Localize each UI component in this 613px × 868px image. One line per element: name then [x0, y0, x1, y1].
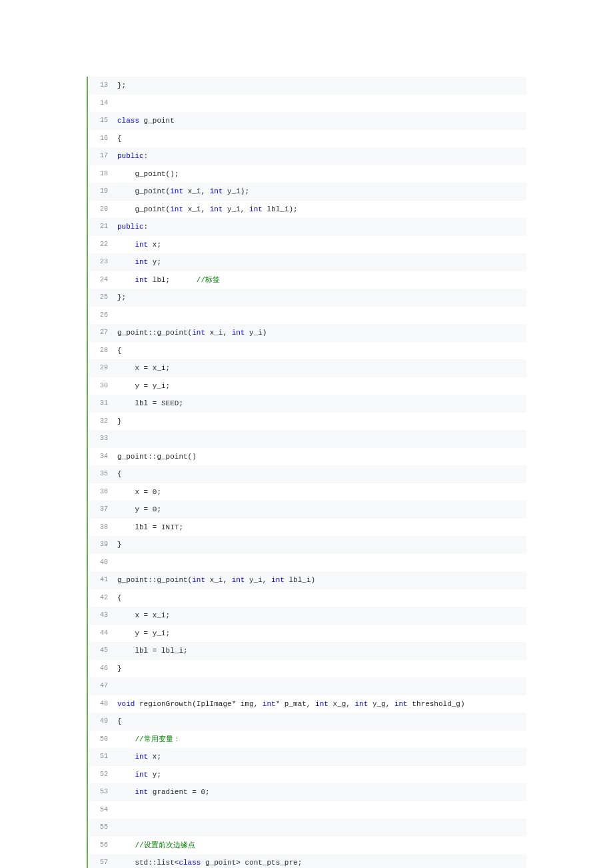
line-number: 22 [88, 236, 117, 254]
line-number: 15 [88, 112, 117, 130]
code-token [117, 241, 135, 249]
line-number: 29 [88, 359, 117, 377]
code-content: std::list<class g_point> cont_pts_pre; [117, 854, 526, 868]
line-number: 14 [88, 95, 117, 113]
code-token: int [135, 276, 148, 284]
code-token [117, 276, 135, 284]
code-line: 30 y = y_i; [88, 377, 526, 395]
line-number: 34 [88, 448, 117, 466]
line-number: 23 [88, 253, 117, 271]
code-line: 16{ [88, 130, 526, 148]
line-number: 38 [88, 519, 117, 537]
code-token: int [263, 700, 276, 708]
line-number: 51 [88, 748, 117, 766]
code-token: lbl = INIT; [117, 523, 183, 531]
code-line: 49{ [88, 713, 526, 731]
line-number: 44 [88, 625, 117, 643]
line-number: 47 [88, 677, 117, 695]
code-token: std::list< [117, 859, 179, 867]
code-line: 28{ [88, 342, 526, 360]
code-content: //常用变量： [117, 731, 526, 749]
line-number: 35 [88, 465, 117, 483]
code-content: int y; [117, 253, 526, 271]
code-token: int [315, 700, 328, 708]
line-number: 18 [88, 165, 117, 183]
code-token: y; [148, 771, 161, 779]
code-line: 29 x = x_i; [88, 359, 526, 377]
code-token: lbl = lbl_i; [117, 647, 188, 655]
code-token: lbl = SEED; [117, 399, 183, 407]
code-line: 39} [88, 536, 526, 554]
code-token: * p_mat, [276, 700, 315, 708]
code-line: 34g_point::g_point() [88, 448, 526, 466]
line-number: 32 [88, 413, 117, 431]
code-line: 19 g_point(int x_i, int y_i); [88, 183, 526, 201]
code-token: x_i, [183, 187, 210, 195]
code-token: { [117, 594, 122, 602]
code-line: 25}; [88, 289, 526, 307]
line-number: 16 [88, 130, 117, 148]
code-token: y = y_i; [117, 382, 170, 390]
code-content: public: [117, 147, 526, 165]
code-token: }; [117, 293, 126, 301]
code-token: x = x_i; [117, 364, 170, 372]
code-token: int [170, 205, 183, 213]
code-token: y_i, [245, 576, 271, 584]
code-line: 35{ [88, 465, 526, 483]
code-line: 45 lbl = lbl_i; [88, 642, 526, 660]
code-line: 21public: [88, 218, 526, 236]
code-token: { [117, 135, 122, 143]
code-content: } [117, 536, 526, 554]
code-token: } [117, 665, 122, 673]
code-content: int y; [117, 766, 526, 784]
code-line: 52 int y; [88, 766, 526, 784]
code-token [117, 258, 135, 266]
code-token: y_i, [223, 205, 249, 213]
line-number: 19 [88, 183, 117, 201]
code-line: 37 y = 0; [88, 501, 526, 519]
code-token [117, 735, 135, 743]
code-line: 55 [88, 819, 526, 837]
code-token: int [232, 576, 245, 584]
line-number: 52 [88, 766, 117, 784]
code-line: 17public: [88, 147, 526, 165]
code-block: 13};1415class g_point16{17public:18 g_po… [87, 77, 526, 868]
code-content: g_point(); [117, 165, 526, 183]
code-token: } [117, 417, 122, 425]
code-line: 36 x = 0; [88, 483, 526, 501]
code-token: //设置前次边缘点 [135, 841, 195, 849]
code-content: g_point(int x_i, int y_i, int lbl_i); [117, 201, 526, 219]
code-token: public [117, 223, 144, 231]
code-token: //标签 [197, 276, 220, 284]
code-token: y; [148, 258, 161, 266]
code-token: g_point::g_point( [117, 576, 192, 584]
code-content: int gradient = 0; [117, 783, 526, 801]
code-token: g_point::g_point() [117, 453, 197, 461]
code-line: 18 g_point(); [88, 165, 526, 183]
code-line: 33 [88, 430, 526, 448]
line-number: 43 [88, 607, 117, 625]
code-content: lbl = lbl_i; [117, 642, 526, 660]
code-token: threshold_g) [408, 700, 465, 708]
code-token: int [271, 576, 285, 584]
line-number: 45 [88, 642, 117, 660]
code-token: { [117, 717, 122, 725]
code-line: 51 int x; [88, 748, 526, 766]
line-number: 21 [88, 218, 117, 236]
code-line: 53 int gradient = 0; [88, 783, 526, 801]
code-line: 38 lbl = INIT; [88, 519, 526, 537]
code-token: lbl; [148, 276, 197, 284]
code-content: y = y_i; [117, 377, 526, 395]
code-line: 14 [88, 95, 526, 113]
code-content: class g_point [117, 112, 526, 130]
code-token [117, 771, 135, 779]
code-token: class [117, 117, 139, 125]
code-token: x; [148, 753, 161, 761]
code-content: x = x_i; [117, 607, 526, 625]
line-number: 56 [88, 837, 117, 855]
code-content: x = 0; [117, 483, 526, 501]
line-number: 28 [88, 342, 117, 360]
code-line: 31 lbl = SEED; [88, 395, 526, 413]
code-token: int [135, 788, 148, 796]
code-token: g_point::g_point( [117, 329, 192, 337]
